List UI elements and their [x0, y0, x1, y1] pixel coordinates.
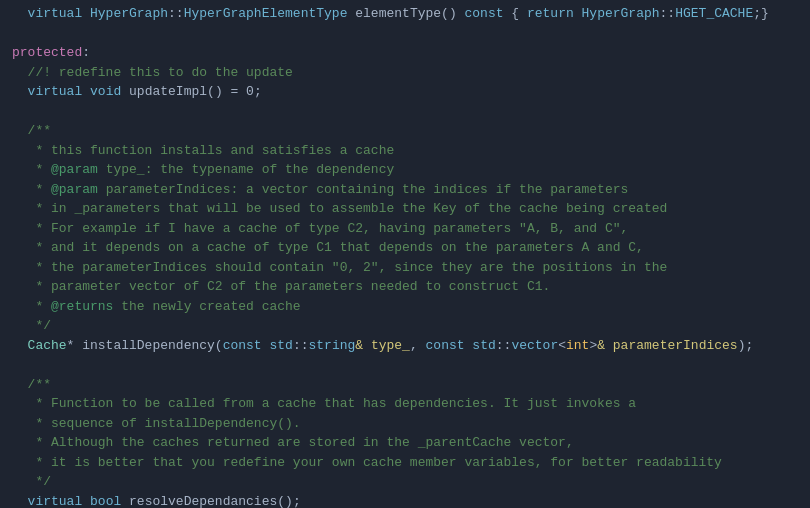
code-token: * — [12, 160, 51, 180]
code-line: * @param type_: the typename of the depe… — [0, 160, 810, 180]
code-token: HyperGraph — [90, 4, 168, 24]
code-token: /** — [12, 121, 51, 141]
code-token: { — [504, 4, 527, 24]
code-line: * @returns the newly created cache — [0, 297, 810, 317]
code-token — [12, 82, 28, 102]
code-token: () — [441, 4, 464, 24]
code-token: elementType — [347, 4, 441, 24]
code-token: protected — [12, 43, 82, 63]
code-token: virtual — [28, 82, 83, 102]
code-line: virtual void updateImpl() = 0; — [0, 82, 810, 102]
code-token: /** — [12, 375, 51, 395]
code-token: HyperGraphElementType — [184, 4, 348, 24]
code-token: HyperGraph — [574, 4, 660, 24]
code-line — [0, 24, 810, 44]
code-token: //! redefine this to do the update — [12, 63, 293, 83]
code-line: //! redefine this to do the update — [0, 63, 810, 83]
code-token — [82, 82, 90, 102]
code-token: & type_ — [355, 336, 410, 356]
code-line: virtual HyperGraph::HyperGraphElementTyp… — [0, 4, 810, 24]
code-token: * Although the caches returned are store… — [12, 433, 574, 453]
code-line: * Function to be called from a cache tha… — [0, 394, 810, 414]
code-token: * in _parameters that will be used to as… — [12, 199, 667, 219]
code-token: & parameterIndices — [597, 336, 737, 356]
code-token: * — [12, 297, 51, 317]
code-line: */ — [0, 316, 810, 336]
code-token: string — [309, 336, 356, 356]
code-token: :: — [293, 336, 309, 356]
code-token: * this function installs and satisfies a… — [12, 141, 394, 161]
code-token: type_: the typename of the dependency — [98, 160, 394, 180]
code-token: < — [558, 336, 566, 356]
code-token: virtual — [12, 4, 90, 24]
code-token: std — [465, 336, 496, 356]
code-line: * the parameterIndices should contain "0… — [0, 258, 810, 278]
code-token — [82, 492, 90, 509]
code-line: /** — [0, 375, 810, 395]
code-token: const — [465, 4, 504, 24]
code-line: protected: — [0, 43, 810, 63]
code-line: * sequence of installDependency(). — [0, 414, 810, 434]
code-token: * sequence of installDependency(). — [12, 414, 301, 434]
code-token: @param — [51, 160, 98, 180]
code-token: const — [223, 336, 262, 356]
code-line: * For example if I have a cache of type … — [0, 219, 810, 239]
code-token: * installDependency — [67, 336, 215, 356]
code-token: resolveDependancies — [121, 492, 277, 509]
code-token: * — [12, 180, 51, 200]
code-token: parameterIndices: a vector containing th… — [98, 180, 629, 200]
code-line — [0, 355, 810, 375]
code-token: return — [527, 4, 574, 24]
code-token: bool — [90, 492, 121, 509]
code-token: () = 0; — [207, 82, 262, 102]
code-token: void — [90, 82, 121, 102]
code-line: * parameter vector of C2 of the paramete… — [0, 277, 810, 297]
code-token: HGET_CACHE — [675, 4, 753, 24]
code-token: */ — [12, 316, 51, 336]
code-token: * it is better that you redefine your ow… — [12, 453, 722, 473]
code-line: * and it depends on a cache of type C1 t… — [0, 238, 810, 258]
code-token: @param — [51, 180, 98, 200]
code-token: int — [566, 336, 589, 356]
code-token — [12, 492, 28, 509]
code-token: * Function to be called from a cache tha… — [12, 394, 636, 414]
code-token: ( — [215, 336, 223, 356]
code-token: :: — [496, 336, 512, 356]
code-token: the newly created cache — [113, 297, 300, 317]
code-token: vector — [511, 336, 558, 356]
code-line: virtual bool resolveDependancies(); — [0, 492, 810, 509]
code-line: /** — [0, 121, 810, 141]
code-line: * Although the caches returned are store… — [0, 433, 810, 453]
code-token: :: — [660, 4, 676, 24]
code-editor: virtual HyperGraph::HyperGraphElementTyp… — [0, 0, 810, 508]
code-line: * it is better that you redefine your ow… — [0, 453, 810, 473]
code-token: * For example if I have a cache of type … — [12, 219, 628, 239]
code-token: the — [644, 258, 667, 278]
code-token: Cache — [12, 336, 67, 356]
code-token: const — [426, 336, 465, 356]
code-token: : — [82, 43, 90, 63]
code-token: (); — [277, 492, 300, 509]
code-line: * in _parameters that will be used to as… — [0, 199, 810, 219]
code-token: virtual — [28, 492, 83, 509]
code-line: */ — [0, 472, 810, 492]
code-token: * the parameterIndices should contain "0… — [12, 258, 644, 278]
code-token: , — [410, 336, 426, 356]
code-token: :: — [168, 4, 184, 24]
code-token: > — [589, 336, 597, 356]
code-token: updateImpl — [121, 82, 207, 102]
code-token: std — [262, 336, 293, 356]
code-token: ); — [738, 336, 754, 356]
code-token: * parameter vector of C2 of the paramete… — [12, 277, 550, 297]
code-line: * @param parameterIndices: a vector cont… — [0, 180, 810, 200]
code-line: Cache* installDependency(const std::stri… — [0, 336, 810, 356]
code-token: */ — [12, 472, 51, 492]
code-line: * this function installs and satisfies a… — [0, 141, 810, 161]
code-token: * and it depends on a cache of type C1 t… — [12, 238, 644, 258]
code-token: ;} — [753, 4, 769, 24]
code-token: @returns — [51, 297, 113, 317]
code-line — [0, 102, 810, 122]
